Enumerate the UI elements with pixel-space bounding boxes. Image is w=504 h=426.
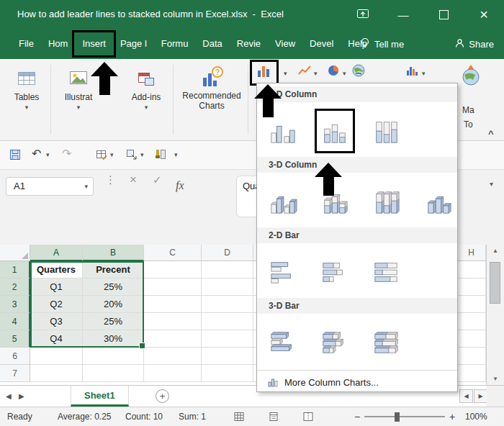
cell-H3[interactable] (457, 296, 486, 313)
tell-me-button[interactable]: Tell me (360, 36, 404, 52)
caret-down-icon[interactable]: ▾ (140, 151, 144, 158)
cell-C6[interactable] (144, 348, 202, 365)
insert-function-icon[interactable]: fx (176, 179, 184, 192)
caret-down-icon[interactable]: ▾ (343, 70, 346, 77)
cell-C1[interactable] (144, 261, 202, 278)
cell-H7[interactable] (457, 365, 486, 382)
chart-type-3d-100-stacked-bar[interactable] (369, 323, 404, 362)
save-icon[interactable] (9, 148, 22, 164)
insert-pie-chart-button[interactable] (325, 65, 341, 79)
tab-file[interactable]: File (12, 33, 41, 55)
name-box-caret-icon[interactable]: ▾ (84, 178, 88, 195)
tab-page-l[interactable]: Page l (113, 33, 154, 55)
cell-C3[interactable] (144, 296, 202, 313)
chart-type-stacked-bar[interactable] (318, 253, 352, 291)
close-button[interactable]: × (464, 0, 504, 29)
cell-B1[interactable]: Precent (83, 261, 144, 278)
chart-type-stacked-column[interactable] (318, 112, 352, 150)
row-header-5[interactable]: 5 (0, 330, 30, 348)
share-button[interactable]: Share (455, 36, 494, 52)
column-header-A[interactable]: A (30, 245, 83, 261)
cell-A5[interactable]: Q4 (30, 330, 83, 348)
cell-D7[interactable] (202, 365, 253, 382)
3d-map-button[interactable] (461, 63, 481, 92)
cell-C5[interactable] (144, 330, 202, 348)
cell-D1[interactable] (202, 261, 253, 278)
chart-type-3d-stacked-bar[interactable] (318, 323, 352, 362)
cell-D3[interactable] (202, 296, 253, 313)
tab-view[interactable]: View (268, 33, 302, 55)
cell-A7[interactable] (30, 365, 83, 382)
tables-button[interactable]: Tables ▾ (6, 63, 48, 111)
insert-statistic-chart-button[interactable] (405, 65, 420, 79)
chart-type-clustered-bar[interactable] (266, 253, 300, 291)
redo-icon[interactable]: ↷ (62, 147, 71, 160)
chart-type-100-stacked-bar[interactable] (369, 253, 404, 291)
cancel-icon[interactable]: × (130, 173, 137, 187)
sheet-tab-sheet1[interactable]: Sheet1 (71, 386, 129, 407)
zoom-level[interactable]: 100% (465, 407, 487, 426)
column-header-C[interactable]: C (144, 245, 202, 261)
row-header-1[interactable]: 1 (0, 261, 30, 278)
maximize-button[interactable] (423, 0, 464, 29)
cell-H5[interactable] (457, 330, 486, 348)
cell-H6[interactable] (457, 348, 486, 365)
cell-B3[interactable]: 20% (83, 296, 144, 313)
collapse-ribbon-icon[interactable]: ^ (488, 128, 494, 139)
prev-sheet-icon[interactable]: ◀ (6, 386, 12, 407)
hscroll-right-icon[interactable]: ▶ (474, 389, 487, 403)
zoom-in-icon[interactable]: + (449, 407, 455, 426)
column-header-H[interactable]: H (457, 245, 486, 261)
more-column-charts-item[interactable]: More Column Charts... (257, 370, 457, 394)
cell-A4[interactable]: Q3 (30, 313, 83, 330)
chart-type-3d-clustered-column[interactable] (266, 182, 300, 221)
cell-D4[interactable] (202, 313, 253, 330)
scroll-down-icon[interactable]: ▼ (487, 376, 504, 382)
cell-B6[interactable] (83, 348, 144, 365)
cell-D5[interactable] (202, 330, 253, 348)
row-header-4[interactable]: 4 (0, 313, 30, 330)
tab-formu[interactable]: Formu (154, 33, 196, 55)
cell-B2[interactable]: 25% (83, 278, 144, 296)
cell-B5[interactable]: 30% (83, 330, 144, 348)
row-header-2[interactable]: 2 (0, 278, 30, 296)
format-painter-icon[interactable] (154, 148, 167, 164)
page-layout-view-icon[interactable] (269, 412, 279, 424)
row-header-6[interactable]: 6 (0, 348, 30, 365)
chart-type-clustered-column[interactable] (266, 112, 300, 150)
chart-type-3d-column[interactable] (421, 182, 456, 221)
cell-H1[interactable] (457, 261, 486, 278)
paste-icon[interactable] (125, 148, 138, 164)
zoom-slider-thumb[interactable] (395, 412, 400, 422)
caret-down-icon[interactable]: ▾ (422, 70, 426, 77)
cell-D2[interactable] (202, 278, 253, 296)
ribbon-display-options-button[interactable] (343, 0, 383, 29)
cell-C7[interactable] (144, 365, 202, 382)
tab-insert[interactable]: Insert (75, 33, 113, 55)
cell-C4[interactable] (144, 313, 202, 330)
cell-C2[interactable] (144, 278, 202, 296)
enter-icon[interactable]: ✓ (153, 173, 162, 186)
scroll-up-icon[interactable]: ▲ (487, 248, 504, 254)
add-ins-button[interactable]: Add-ins ▾ (124, 63, 168, 111)
caret-down-icon[interactable]: ▾ (110, 151, 114, 158)
cell-D6[interactable] (202, 348, 253, 365)
row-header-7[interactable]: 7 (0, 365, 30, 382)
undo-icon[interactable]: ↶ (32, 147, 41, 160)
hscroll-left-icon[interactable]: ◀ (459, 389, 473, 403)
caret-down-icon[interactable]: ▾ (46, 151, 50, 158)
caret-down-icon[interactable]: ▾ (314, 70, 318, 77)
cell-A2[interactable]: Q1 (30, 278, 83, 296)
chart-type-3d-clustered-bar[interactable] (266, 323, 300, 362)
insert-column-chart-button[interactable] (253, 63, 275, 82)
chart-type-100-stacked-column[interactable] (369, 112, 404, 150)
expand-formula-bar-icon[interactable]: ▾ (490, 180, 493, 188)
page-break-view-icon[interactable] (303, 412, 313, 424)
cell-H2[interactable] (457, 278, 486, 296)
draw-table-icon[interactable] (95, 148, 108, 164)
cell-A3[interactable]: Q2 (30, 296, 83, 313)
new-sheet-button[interactable]: + (156, 389, 169, 403)
chart-type-3d-100-stacked-column[interactable] (369, 182, 404, 221)
cell-A6[interactable] (30, 348, 83, 365)
maps-button[interactable] (350, 63, 367, 81)
